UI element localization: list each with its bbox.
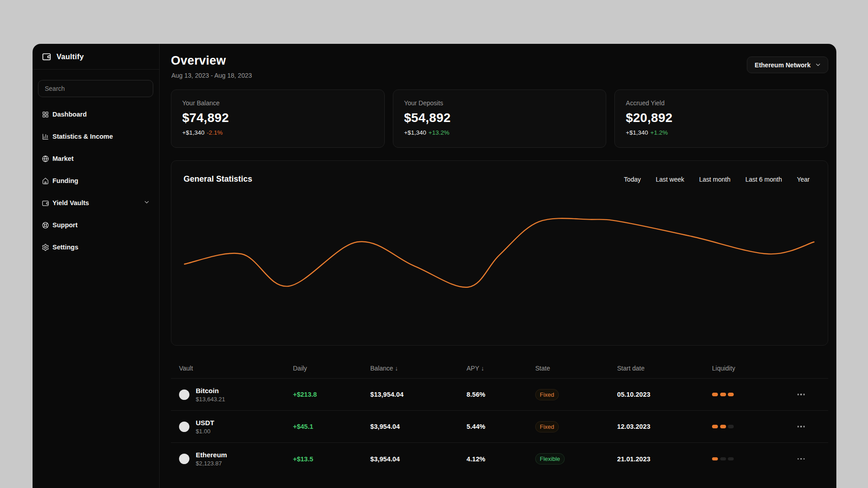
sidebar-item-label: Yield Vaults [52,199,89,206]
search-input[interactable] [38,80,153,97]
network-selector[interactable]: Ethereum Network [747,56,828,73]
card-label: Your Balance [182,99,373,107]
liquidity-indicator [712,457,789,461]
state-badge: Fixed [535,421,559,432]
liquidity-dash [720,393,726,396]
row-actions-button[interactable] [797,426,829,427]
vault-price: $13,643.21 [196,396,225,403]
col-start-date: Start date [617,365,712,372]
sidebar-item-statistics-income[interactable]: Statistics & Income [40,127,152,146]
sidebar: Vaultify Dashboard Statistics & Income M… [33,44,160,488]
range-tab-last-month[interactable]: Last month [699,176,731,183]
balance-value: $3,954.04 [370,423,467,430]
card-delta: +$1,340-2.1% [182,129,373,136]
liquidity-dash [712,425,718,428]
table-header: Vault Daily Balance↓ APY↓ State Start da… [171,358,828,379]
sidebar-item-label: Dashboard [52,111,87,118]
balance-value: $3,954.04 [370,455,467,463]
apy-value: 5.44% [467,423,535,430]
liquidity-indicator [712,425,789,428]
sidebar-item-label: Funding [52,177,78,184]
col-liquidity: Liquidity [712,365,789,372]
table-row-bitcoin[interactable]: Bitcoin $13,643.21 +$213.8 $13,954.04 8.… [171,379,828,411]
vault-price: $1.00 [196,428,214,435]
vaults-table: Vault Daily Balance↓ APY↓ State Start da… [171,358,828,475]
card-label: Your Deposits [404,99,595,107]
network-selector-label: Ethereum Network [755,61,811,69]
date-range: Aug 13, 2023 - Aug 18, 2023 [171,72,252,79]
range-tab-last-week[interactable]: Last week [656,176,684,183]
home-icon [42,177,49,185]
col-apy[interactable]: APY↓ [467,365,535,372]
delta-amount: +$1,340 [626,129,648,136]
sidebar-item-label: Statistics & Income [52,133,113,140]
sidebar-divider [33,69,159,70]
col-state: State [535,365,617,372]
sidebar-item-dashboard[interactable]: Dashboard [40,105,152,124]
liquidity-dash [720,425,726,428]
app-name: Vaultify [57,52,84,61]
sort-desc-icon: ↓ [481,365,484,372]
card-value: $54,892 [404,111,595,125]
card-accrued-yield: Accrued Yield $20,892 +$1,340+1.2% [614,89,828,148]
logo: Vaultify [33,44,159,69]
sidebar-nav: Dashboard Statistics & Income Market Fun… [33,105,159,257]
range-tab-last-6-month[interactable]: Last 6 month [745,176,782,183]
row-actions-button[interactable] [797,458,829,460]
vault-name: Ethereum [196,451,227,459]
range-tab-year[interactable]: Year [797,176,810,183]
dashboard-icon [42,111,49,118]
col-vault: Vault [179,365,293,372]
life-buoy-icon [42,221,49,229]
range-tab-today[interactable]: Today [624,176,641,183]
sidebar-item-label: Settings [52,244,78,251]
gear-icon [42,244,49,251]
table-row-usdt[interactable]: USDT $1.00 +$45.1 $3,954.04 5.44% Fixed … [171,411,828,443]
vault-price: $2,123.87 [196,460,227,467]
state-badge: Fixed [535,389,559,400]
daily-change: +$13.5 [293,455,370,463]
liquidity-dash [728,425,734,428]
card-your-balance: Your Balance $74,892 +$1,340-2.1% [171,89,385,148]
start-date: 05.10.2023 [617,391,712,398]
delta-percent: +13.2% [429,129,449,136]
sidebar-item-label: Support [52,221,78,229]
sidebar-item-funding[interactable]: Funding [40,171,152,190]
apy-value: 4.12% [467,455,535,463]
start-date: 12.03.2023 [617,423,712,430]
sidebar-item-yield-vaults[interactable]: Yield Vaults [40,193,152,212]
sort-desc-icon: ↓ [395,365,398,372]
page-title: Overview [171,54,226,68]
card-your-deposits: Your Deposits $54,892 +$1,340+13.2% [393,89,607,148]
liquidity-dash [712,393,718,396]
card-value: $74,892 [182,111,373,125]
delta-amount: +$1,340 [182,129,204,136]
col-balance[interactable]: Balance↓ [370,365,467,372]
coin-avatar [179,422,189,432]
app-window: Vaultify Dashboard Statistics & Income M… [33,44,836,488]
stats-cards: Your Balance $74,892 +$1,340-2.1% Your D… [171,89,828,148]
liquidity-dash [728,457,734,461]
liquidity-dash [712,457,718,461]
general-statistics-card: General Statistics Today Last week Last … [171,160,828,346]
card-label: Accrued Yield [626,99,817,107]
sidebar-item-label: Market [52,155,74,162]
row-actions-button[interactable] [797,394,829,395]
start-date: 21.01.2023 [617,455,712,463]
chevron-down-icon [143,199,150,207]
daily-change: +$45.1 [293,423,370,430]
col-daily: Daily [293,365,370,372]
balance-value: $13,954.04 [370,391,467,398]
delta-percent: +1.2% [651,129,668,136]
sidebar-item-settings[interactable]: Settings [40,238,152,257]
table-row-ethereum[interactable]: Ethereum $2,123.87 +$13.5 $3,954.04 4.12… [171,443,828,475]
globe-icon [42,155,49,163]
liquidity-dash [728,393,734,396]
vault-name: Bitcoin [196,387,225,394]
sidebar-item-market[interactable]: Market [40,149,152,168]
chart-title: General Statistics [184,174,252,184]
sidebar-item-support[interactable]: Support [40,216,152,235]
bar-chart-icon [42,133,49,141]
chart-range-tabs: Today Last week Last month Last 6 month … [624,176,810,183]
card-delta: +$1,340+13.2% [404,129,595,136]
